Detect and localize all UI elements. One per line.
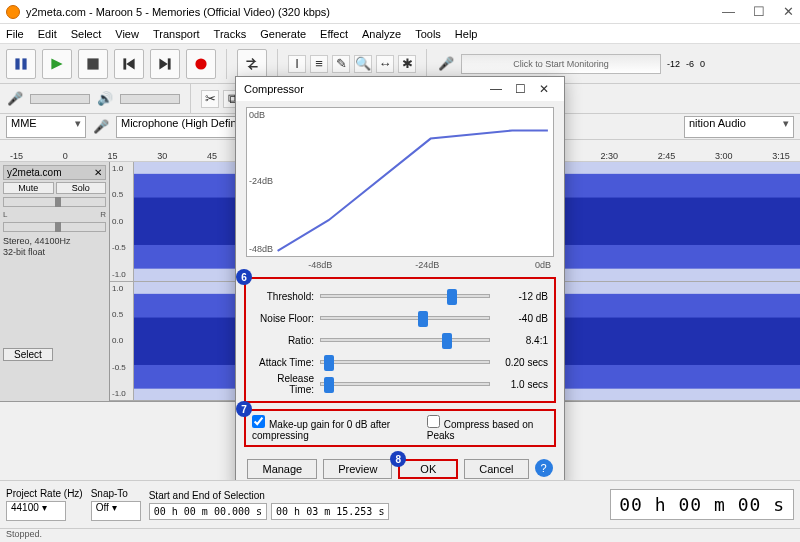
gain-slider[interactable] <box>3 197 106 207</box>
draw-tool-icon[interactable]: ✎ <box>332 55 350 73</box>
ruler-tick: -15 <box>10 151 23 161</box>
annotation-marker-7: 7 <box>236 401 252 417</box>
cut-icon[interactable]: ✂ <box>201 90 219 108</box>
project-rate-select[interactable]: 44100 ▾ <box>6 501 66 521</box>
maximize-button[interactable]: ☐ <box>753 4 765 19</box>
menu-view[interactable]: View <box>115 28 139 40</box>
svg-marker-5 <box>126 58 134 69</box>
makeup-gain-checkbox[interactable]: Make-up gain for 0 dB after compressing <box>252 415 427 441</box>
dialog-titlebar[interactable]: Compressor — ☐ ✕ <box>236 77 564 101</box>
selection-end[interactable]: 00 h 03 m 15.253 s <box>271 503 389 520</box>
status-text: Stopped. <box>6 529 42 539</box>
pause-button[interactable] <box>6 49 36 79</box>
pan-r: R <box>100 210 106 219</box>
output-device-select[interactable]: nition Audio <box>684 116 794 138</box>
track-close-icon[interactable]: ✕ <box>94 167 102 178</box>
close-button[interactable]: ✕ <box>783 4 794 19</box>
threshold-slider[interactable] <box>320 294 490 298</box>
toolbar-separator <box>426 49 427 79</box>
envelope-tool-icon[interactable]: ≡ <box>310 55 328 73</box>
stop-button[interactable] <box>78 49 108 79</box>
menu-generate[interactable]: Generate <box>260 28 306 40</box>
dialog-minimize-button[interactable]: — <box>484 82 508 96</box>
toolbar-separator <box>226 49 227 79</box>
mute-button[interactable]: Mute <box>3 182 54 194</box>
cancel-button[interactable]: Cancel <box>464 459 528 479</box>
record-button[interactable] <box>186 49 216 79</box>
release-label: Release Time: <box>252 373 320 395</box>
ruler-tick: 2:45 <box>658 151 676 161</box>
ratio-value: 8.4:1 <box>496 335 548 346</box>
x-tick: 0dB <box>535 260 551 270</box>
track-tab[interactable]: y2meta.com ✕ <box>3 165 106 180</box>
meter-hint: Click to Start Monitoring <box>513 59 609 69</box>
zoom-tool-icon[interactable]: 🔍 <box>354 55 372 73</box>
menu-file[interactable]: File <box>6 28 24 40</box>
app-icon <box>6 5 20 19</box>
track-bitdepth: 32-bit float <box>3 247 106 258</box>
release-row: Release Time: 1.0 secs <box>252 373 548 395</box>
dialog-close-button[interactable]: ✕ <box>532 82 556 96</box>
snap-select[interactable]: Off ▾ <box>91 501 141 521</box>
track-select-button[interactable]: Select <box>3 348 53 361</box>
pan-slider[interactable] <box>3 222 106 232</box>
tool-palette: I ≡ ✎ 🔍 ↔ ✱ <box>288 55 416 73</box>
menu-analyze[interactable]: Analyze <box>362 28 401 40</box>
menu-tools[interactable]: Tools <box>415 28 441 40</box>
svg-marker-6 <box>159 58 167 69</box>
minimize-button[interactable]: — <box>722 4 735 19</box>
svg-rect-3 <box>87 58 98 69</box>
menu-tracks[interactable]: Tracks <box>214 28 247 40</box>
makeup-gain-label: Make-up gain for 0 dB after compressing <box>252 419 390 441</box>
timeshift-tool-icon[interactable]: ↔ <box>376 55 394 73</box>
release-value: 1.0 secs <box>496 379 548 390</box>
x-tick: -24dB <box>415 260 439 270</box>
multi-tool-icon[interactable]: ✱ <box>398 55 416 73</box>
menu-select[interactable]: Select <box>71 28 102 40</box>
svg-marker-2 <box>51 58 62 69</box>
help-button[interactable]: ? <box>535 459 553 477</box>
audio-position[interactable]: 00 h 00 m 00 s <box>610 489 794 520</box>
noise-floor-slider[interactable] <box>320 316 490 320</box>
svg-rect-4 <box>123 58 126 69</box>
attack-slider[interactable] <box>320 360 490 364</box>
amplitude-ruler: 1.0 0.5 0.0 -0.5 -1.0 <box>110 162 134 281</box>
peaks-checkbox[interactable]: Compress based on Peaks <box>427 415 548 441</box>
play-button[interactable] <box>42 49 72 79</box>
ok-button[interactable]: 8 OK <box>398 459 458 479</box>
solo-button[interactable]: Solo <box>56 182 107 194</box>
release-slider[interactable] <box>320 382 490 386</box>
manage-button[interactable]: Manage <box>247 459 317 479</box>
ruler-tick: 2:30 <box>601 151 619 161</box>
selection-tool-icon[interactable]: I <box>288 55 306 73</box>
annotation-marker-6: 6 <box>236 269 252 285</box>
svg-rect-7 <box>168 58 171 69</box>
menu-help[interactable]: Help <box>455 28 478 40</box>
ruler-tick: 45 <box>207 151 217 161</box>
noise-floor-row: Noise Floor: -40 dB <box>252 307 548 329</box>
track-format: Stereo, 44100Hz <box>3 236 106 247</box>
toolbar-separator <box>190 84 191 114</box>
skip-end-button[interactable] <box>150 49 180 79</box>
menu-edit[interactable]: Edit <box>38 28 57 40</box>
record-meter[interactable]: Click to Start Monitoring <box>461 54 661 74</box>
skip-start-button[interactable] <box>114 49 144 79</box>
selection-start[interactable]: 00 h 00 m 00.000 s <box>149 503 267 520</box>
speaker-icon: 🔊 <box>96 91 114 106</box>
toolbar-separator <box>277 49 278 79</box>
ratio-slider[interactable] <box>320 338 490 342</box>
ruler-tick: 3:00 <box>715 151 733 161</box>
selection-mode-label[interactable]: Start and End of Selection <box>149 490 390 501</box>
menu-bar: File Edit Select View Transport Tracks G… <box>0 24 800 44</box>
attack-label: Attack Time: <box>252 357 320 368</box>
host-select[interactable]: MME <box>6 116 86 138</box>
menu-transport[interactable]: Transport <box>153 28 200 40</box>
loop-button[interactable] <box>237 49 267 79</box>
rec-volume-slider[interactable] <box>30 94 90 104</box>
track-info: Stereo, 44100Hz 32-bit float <box>3 236 106 258</box>
attack-value: 0.20 secs <box>496 357 548 368</box>
menu-effect[interactable]: Effect <box>320 28 348 40</box>
preview-button[interactable]: Preview <box>323 459 392 479</box>
play-volume-slider[interactable] <box>120 94 180 104</box>
dialog-maximize-button[interactable]: ☐ <box>508 82 532 96</box>
